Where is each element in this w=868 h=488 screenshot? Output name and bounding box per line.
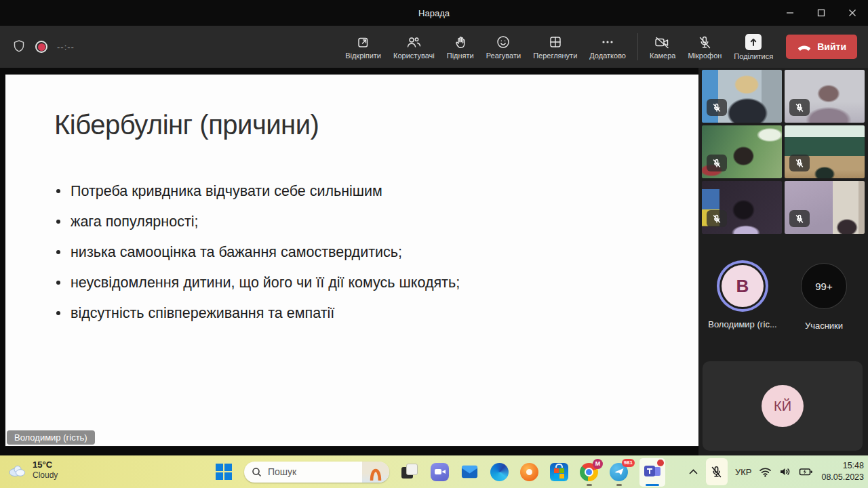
muted-mic-badge xyxy=(789,155,810,171)
windows-taskbar: 15°C Cloudy xyxy=(0,455,868,488)
close-icon xyxy=(848,9,856,17)
participant-video-2[interactable] xyxy=(785,70,865,123)
leave-label: Вийти xyxy=(817,41,846,52)
participant-video-3[interactable] xyxy=(702,125,782,178)
close-button[interactable] xyxy=(837,0,868,26)
slide-bullet: низька самооцінка та бажання самостверди… xyxy=(54,244,460,261)
minimize-button[interactable] xyxy=(774,0,806,26)
keyboard-language[interactable]: УКР xyxy=(735,467,752,477)
meeting-timer: --:-- xyxy=(57,42,75,52)
more-button[interactable]: Додатково xyxy=(583,27,632,66)
chrome-browser-button[interactable]: M xyxy=(580,463,598,481)
weather-temp: 15°C xyxy=(33,460,58,470)
wifi-icon[interactable] xyxy=(759,466,772,477)
react-button[interactable]: Реагувати xyxy=(480,27,527,66)
participant-tile-initials[interactable]: КЙ xyxy=(703,361,863,451)
presenter-name-tag: Володимир (гість) xyxy=(7,430,95,445)
participants-button[interactable]: Користувачі xyxy=(387,27,441,66)
antivirus-app-button[interactable] xyxy=(520,463,538,481)
teams-app-button[interactable] xyxy=(639,458,665,487)
windows-logo-icon xyxy=(216,464,232,480)
active-app-indicator xyxy=(646,484,659,486)
meeting-stage: Кібербулінг (причини) Потреба кривдника … xyxy=(0,68,868,455)
smiley-icon xyxy=(496,35,511,49)
raised-hand-icon xyxy=(453,35,468,49)
teams-notification-dot xyxy=(657,460,664,466)
participant-speaker[interactable]: В Володимир (гіс... xyxy=(702,260,783,331)
window-titlebar: Нарада xyxy=(0,0,868,26)
toolbar-separator xyxy=(637,33,638,60)
unpin-button[interactable]: Відкріпити xyxy=(339,27,387,66)
camera-off-icon xyxy=(654,35,671,49)
cloud-icon xyxy=(7,463,27,478)
chat-app-button[interactable] xyxy=(431,463,449,481)
participant-initials: КЙ xyxy=(774,399,791,414)
share-button[interactable]: Поділитися xyxy=(728,27,779,66)
raise-hand-button[interactable]: Підняти xyxy=(441,27,480,66)
weather-widget[interactable]: 15°C Cloudy xyxy=(7,460,58,481)
people-icon xyxy=(406,35,422,49)
start-button[interactable] xyxy=(214,463,233,481)
microsoft-store-button[interactable] xyxy=(550,463,568,481)
recording-status: --:-- xyxy=(12,39,75,54)
participant-video-4[interactable] xyxy=(785,125,865,178)
search-input[interactable] xyxy=(268,466,342,477)
muted-mic-badge xyxy=(707,99,727,116)
participant-video-6[interactable] xyxy=(785,181,865,234)
taskbar-center: M 981 xyxy=(214,455,665,488)
search-icon xyxy=(252,467,262,477)
unpin-icon xyxy=(356,35,371,49)
muted-mic-badge xyxy=(707,155,727,171)
running-indicator xyxy=(616,484,622,486)
telegram-app-button[interactable]: 981 xyxy=(610,463,628,481)
share-icon xyxy=(745,34,762,50)
battery-charging-icon[interactable] xyxy=(799,466,814,477)
slide-title: Кібербулінг (причини) xyxy=(54,110,319,140)
tray-mic-muted-icon xyxy=(711,466,722,479)
system-tray: УКР 15:48 08.05.2023 xyxy=(688,455,864,488)
microphone-label: Мікрофон xyxy=(688,52,722,60)
slide-bullet: неусвідомлення дитини, що його чи її дії… xyxy=(54,274,460,291)
task-view-button[interactable] xyxy=(401,463,419,481)
speaker-name: Володимир (гіс... xyxy=(708,319,776,329)
participant-video-1[interactable] xyxy=(702,70,782,123)
camera-label: Камера xyxy=(650,52,675,60)
speaker-initial: В xyxy=(736,276,749,297)
weather-condition: Cloudy xyxy=(33,470,58,481)
window-title: Нарада xyxy=(418,8,450,18)
tray-time: 15:48 xyxy=(821,460,864,472)
participant-video-5[interactable] xyxy=(702,181,782,234)
antivirus-icon xyxy=(520,463,538,481)
participant-video-grid xyxy=(702,70,865,234)
participants-counter[interactable]: 99+ Учасники xyxy=(783,260,865,331)
camera-button[interactable]: Камера xyxy=(644,27,682,66)
taskbar-search[interactable] xyxy=(244,462,389,483)
view-button[interactable]: Переглянути xyxy=(527,27,583,66)
muted-mic-badge xyxy=(789,99,810,116)
speaker-icon[interactable] xyxy=(779,466,791,477)
slide-bullet: жага популярності; xyxy=(54,214,460,230)
tray-mic-muted-button[interactable] xyxy=(706,458,728,485)
maximize-button[interactable] xyxy=(806,0,837,26)
video-chat-icon xyxy=(431,463,449,481)
teams-meeting-window: Нарада --:-- Ві xyxy=(0,0,868,488)
meeting-toolbar: --:-- Відкріпити Користувачі xyxy=(0,26,868,68)
record-indicator-icon xyxy=(35,41,47,53)
task-view-icon xyxy=(401,464,418,481)
tray-chevron-up-icon[interactable] xyxy=(688,468,698,476)
leave-button[interactable]: Вийти xyxy=(786,35,857,59)
share-label: Поділитися xyxy=(734,52,773,60)
store-icon xyxy=(550,463,568,481)
avatar-participants-row: В Володимир (гіс... 99+ Учасники xyxy=(702,260,865,331)
mail-app-button[interactable] xyxy=(460,463,479,481)
tray-clock[interactable]: 15:48 08.05.2023 xyxy=(821,460,864,483)
search-daily-image xyxy=(362,462,389,483)
microphone-button[interactable]: Мікрофон xyxy=(682,27,728,66)
more-label: Додатково xyxy=(589,52,626,60)
raise-hand-label: Підняти xyxy=(447,52,474,60)
microphone-off-icon xyxy=(696,35,713,49)
tray-date: 08.05.2023 xyxy=(821,472,864,483)
edge-browser-button[interactable] xyxy=(490,463,509,481)
mail-icon xyxy=(460,463,479,481)
speaker-avatar: В xyxy=(722,265,764,307)
